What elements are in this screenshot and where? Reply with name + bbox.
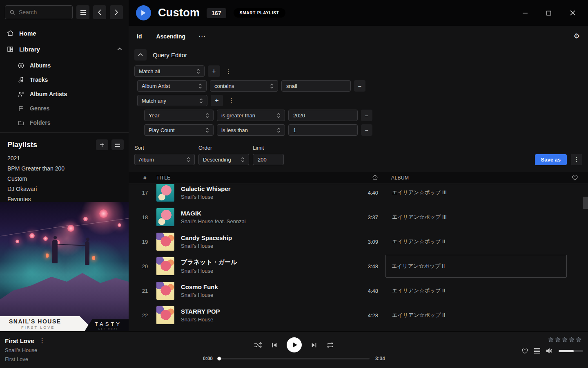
track-album[interactable]: エイリアン☆ポップ II bbox=[391, 238, 567, 245]
track-title[interactable]: プラネット・ガール bbox=[181, 258, 350, 266]
star-icon[interactable] bbox=[561, 337, 568, 343]
track-artist[interactable]: Snail’s House bbox=[181, 292, 350, 298]
track-row[interactable]: 19 Candy Spaceship Snail’s House 3:09 エイ… bbox=[129, 229, 588, 254]
seek-bar[interactable] bbox=[218, 358, 370, 359]
query-sort-select[interactable]: Album bbox=[134, 154, 195, 165]
group-kebab-menu[interactable]: ⋮ bbox=[226, 97, 236, 104]
collapse-query-editor-button[interactable] bbox=[134, 49, 147, 61]
track-album[interactable]: エイリアン☆ポップ III bbox=[391, 213, 567, 221]
track-row[interactable]: 22 STARRY POP Snail’s House 4:28 エイリアン☆ポ… bbox=[129, 303, 588, 328]
rule-value-input[interactable] bbox=[288, 124, 358, 136]
playlist-item[interactable]: DJ Okawari bbox=[7, 186, 121, 194]
track-title[interactable]: Candy Spaceship bbox=[181, 234, 350, 241]
star-icon[interactable] bbox=[568, 337, 575, 343]
playlist-item[interactable]: 2021 bbox=[7, 155, 121, 163]
column-title[interactable]: TITLE bbox=[156, 175, 350, 181]
rule-field-select[interactable]: Year bbox=[144, 110, 214, 121]
now-playing-album[interactable]: First Love bbox=[5, 356, 45, 362]
playlist-item[interactable]: BPM Greater than 200 bbox=[7, 165, 121, 173]
rule-operator-select[interactable]: is greater than bbox=[217, 110, 285, 121]
volume-slider[interactable] bbox=[559, 350, 583, 352]
column-album[interactable]: ALBUM bbox=[391, 175, 567, 181]
chevron-up-icon[interactable] bbox=[117, 47, 122, 51]
search-box[interactable] bbox=[5, 5, 73, 19]
star-icon[interactable] bbox=[575, 337, 582, 343]
track-artist[interactable]: Snail’s House bbox=[181, 243, 350, 249]
track-title[interactable]: Galactic Whisper bbox=[181, 185, 350, 192]
track-title[interactable]: MAGIK bbox=[181, 210, 350, 217]
rule-operator-select[interactable]: contains bbox=[210, 80, 278, 92]
limit-input[interactable] bbox=[253, 154, 284, 165]
column-number[interactable]: # bbox=[134, 175, 156, 181]
back-button[interactable] bbox=[93, 5, 106, 19]
search-input[interactable] bbox=[19, 9, 64, 16]
sidebar-item-tracks[interactable]: Tracks bbox=[18, 75, 122, 84]
duration-column-clock-icon[interactable] bbox=[350, 175, 378, 181]
track-album-focused-cell[interactable]: エイリアン☆ポップ II bbox=[385, 255, 567, 278]
play-pause-button[interactable] bbox=[287, 337, 302, 352]
gear-icon[interactable]: ⚙ bbox=[574, 32, 580, 40]
playlist-list-button[interactable] bbox=[111, 139, 124, 150]
track-row[interactable]: 17 Galactic Whisper Snail’s House 4:40 エ… bbox=[129, 184, 588, 205]
remove-rule-button[interactable]: − bbox=[361, 124, 372, 136]
scrollbar-thumb[interactable] bbox=[583, 197, 588, 209]
remove-rule-button[interactable]: − bbox=[354, 80, 365, 92]
close-button[interactable] bbox=[567, 7, 578, 19]
rule-field-select[interactable]: Play Count bbox=[144, 124, 214, 136]
track-artist[interactable]: Snail’s House bbox=[181, 268, 350, 274]
maximize-button[interactable] bbox=[543, 7, 555, 19]
previous-track-button[interactable] bbox=[271, 342, 278, 348]
track-title[interactable]: STARRY POP bbox=[181, 308, 350, 315]
favorite-column-heart-icon[interactable] bbox=[567, 175, 583, 181]
save-kebab-menu[interactable]: ⋮ bbox=[571, 154, 582, 165]
repeat-button[interactable] bbox=[326, 342, 334, 348]
star-icon[interactable] bbox=[555, 337, 561, 343]
add-rule-button[interactable]: + bbox=[208, 65, 220, 77]
track-artist[interactable]: Snail’s House bbox=[181, 316, 350, 323]
match-select[interactable]: Match any bbox=[137, 95, 207, 106]
group-kebab-menu[interactable]: ⋮ bbox=[223, 67, 234, 75]
track-row[interactable]: 21 Cosmo Funk Snail’s House 4:48 エイリアン☆ポ… bbox=[129, 278, 588, 303]
now-playing-artist[interactable]: Snail’s House bbox=[5, 347, 45, 353]
track-album[interactable]: エイリアン☆ポップ II bbox=[391, 312, 567, 319]
sidebar-item-genres[interactable]: Genres bbox=[18, 104, 122, 113]
match-select[interactable]: Match all bbox=[134, 65, 205, 77]
seek-handle[interactable] bbox=[217, 357, 221, 361]
sidebar-item-home[interactable]: Home bbox=[7, 28, 122, 38]
more-options-button[interactable]: ⋯ bbox=[198, 32, 206, 40]
queue-button[interactable] bbox=[534, 348, 541, 354]
add-rule-button[interactable]: + bbox=[211, 95, 223, 106]
next-track-button[interactable] bbox=[311, 342, 317, 348]
sidebar-item-album-artists[interactable]: Album Artists bbox=[18, 90, 122, 99]
sidebar-item-folders[interactable]: Folders bbox=[18, 118, 122, 127]
sort-field-button[interactable]: Id bbox=[137, 33, 142, 40]
star-icon[interactable] bbox=[548, 337, 554, 343]
track-row[interactable]: 18 MAGIK Snail’s House feat. Sennzai 3:3… bbox=[129, 205, 588, 229]
volume-icon[interactable] bbox=[546, 348, 553, 354]
playlist-item[interactable]: Custom bbox=[7, 175, 121, 184]
sidebar-item-library[interactable]: Library bbox=[7, 44, 122, 54]
now-playing-kebab-menu[interactable]: ⋮ bbox=[39, 337, 45, 344]
remove-rule-button[interactable]: − bbox=[361, 110, 372, 121]
sidebar-item-albums[interactable]: Albums bbox=[18, 61, 122, 70]
forward-button[interactable] bbox=[110, 5, 123, 19]
play-playlist-button[interactable] bbox=[136, 5, 151, 20]
rule-value-input[interactable] bbox=[288, 110, 358, 121]
track-row[interactable]: 20 プラネット・ガール Snail’s House 3:48 エイリアン☆ポッ… bbox=[129, 254, 588, 278]
track-title[interactable]: Cosmo Funk bbox=[181, 283, 350, 290]
rule-value-input[interactable] bbox=[281, 80, 351, 92]
menu-button[interactable] bbox=[76, 5, 89, 19]
add-playlist-button[interactable] bbox=[96, 139, 108, 150]
shuffle-button[interactable] bbox=[254, 342, 262, 348]
sort-direction-button[interactable]: Ascending bbox=[156, 33, 185, 40]
minimize-button[interactable] bbox=[519, 7, 531, 19]
track-album[interactable]: エイリアン☆ポップ III bbox=[391, 189, 567, 196]
query-order-select[interactable]: Descending bbox=[198, 154, 249, 165]
track-artist[interactable]: Snail’s House bbox=[181, 194, 350, 200]
rating-stars[interactable] bbox=[548, 337, 582, 343]
rule-operator-select[interactable]: is less than bbox=[217, 124, 285, 136]
track-artist[interactable]: Snail’s House feat. Sennzai bbox=[181, 218, 350, 224]
rule-field-select[interactable]: Album Artist bbox=[137, 80, 207, 92]
favorite-heart-button[interactable] bbox=[521, 348, 528, 354]
save-as-button[interactable]: Save as bbox=[535, 154, 567, 165]
